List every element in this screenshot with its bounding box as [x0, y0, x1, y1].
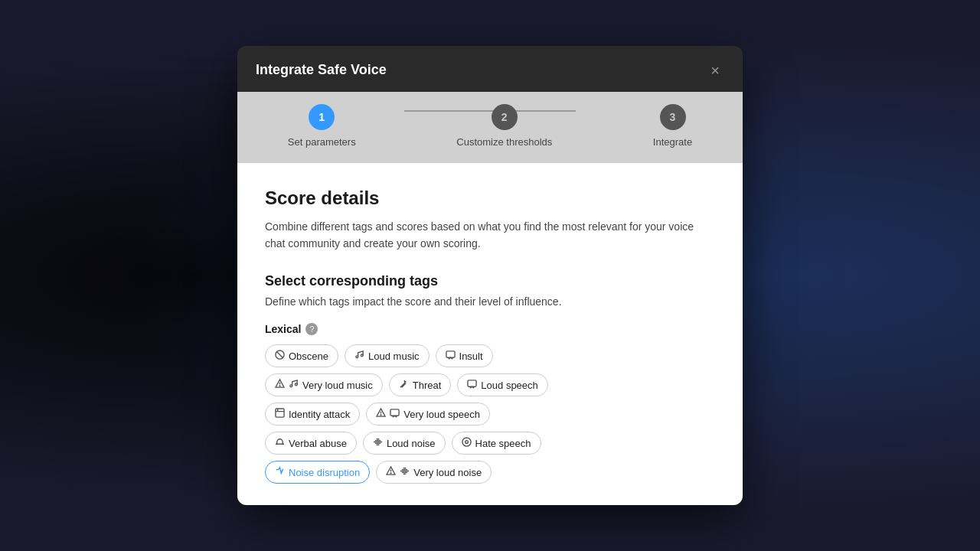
- tag-identity-attack[interactable]: Identity attack: [265, 403, 360, 425]
- tag-noise-disruption[interactable]: Noise disruption: [265, 461, 370, 484]
- loud-speech-icon: [467, 379, 477, 391]
- svg-line-1: [276, 352, 283, 358]
- tags-row-4: Verbal abuse Loud noise Hate speech: [265, 432, 715, 455]
- tag-loud-noise[interactable]: Loud noise: [363, 432, 446, 455]
- modal-header: Integrate Safe Voice ×: [237, 46, 743, 92]
- tags-row-5: Noise disruption Very loud noise: [265, 461, 715, 484]
- steps-bar: 1 Set parameters 2 Customize thresholds …: [237, 92, 743, 163]
- step-2[interactable]: 2 Customize thresholds: [456, 104, 552, 148]
- tag-hate-speech[interactable]: Hate speech: [452, 432, 541, 455]
- tag-obscene-label: Obscene: [289, 350, 328, 362]
- svg-point-8: [295, 383, 297, 386]
- tag-very-loud-speech-label: Very loud speech: [403, 409, 480, 420]
- warning-icon-2: [376, 408, 386, 420]
- svg-point-16: [462, 438, 470, 446]
- lexical-header: Lexical ?: [265, 323, 715, 335]
- tag-loud-music-label: Loud music: [368, 350, 419, 362]
- step-2-label: Customize thresholds: [456, 136, 552, 148]
- hate-speech-icon: [462, 437, 472, 449]
- svg-point-6: [279, 386, 280, 386]
- tag-insult-label: Insult: [459, 350, 483, 362]
- tag-loud-noise-label: Loud noise: [387, 438, 436, 449]
- tag-very-loud-music-label: Very loud music: [302, 380, 373, 391]
- warning-icon: [275, 379, 285, 391]
- identity-attack-icon: [275, 408, 285, 420]
- tag-loud-music[interactable]: Loud music: [345, 344, 429, 367]
- tag-very-loud-music[interactable]: Very loud music: [265, 373, 383, 396]
- svg-point-17: [465, 441, 468, 444]
- tag-identity-attack-label: Identity attack: [289, 409, 350, 420]
- noise-icon-2: [400, 466, 410, 478]
- svg-point-2: [356, 356, 358, 358]
- tag-loud-speech[interactable]: Loud speech: [457, 373, 547, 396]
- modal-dialog: Integrate Safe Voice × 1 Set parameters …: [237, 46, 743, 506]
- insult-icon: [446, 350, 456, 362]
- svg-rect-15: [390, 409, 399, 416]
- svg-rect-10: [276, 409, 284, 417]
- speech-icon-2: [390, 408, 400, 420]
- svg-point-19: [390, 473, 391, 474]
- tag-noise-disruption-label: Noise disruption: [289, 467, 360, 478]
- tag-hate-speech-label: Hate speech: [475, 438, 531, 449]
- modal-body: Score details Combine different tags and…: [237, 163, 743, 506]
- tag-insult[interactable]: Insult: [436, 344, 493, 367]
- verbal-abuse-icon: [275, 437, 285, 449]
- warning-icon-3: [386, 466, 396, 478]
- svg-point-3: [361, 354, 363, 357]
- loud-music-icon: [354, 350, 364, 362]
- tag-very-loud-noise[interactable]: Very loud noise: [376, 461, 492, 484]
- section-description: Combine different tags and scores based …: [265, 218, 715, 253]
- step-1-label: Set parameters: [288, 136, 356, 148]
- tags-row-3: Identity attack Very loud speech: [265, 403, 715, 425]
- tag-loud-speech-label: Loud speech: [481, 380, 537, 391]
- lexical-label: Lexical: [265, 323, 301, 335]
- step-3-label: Integrate: [653, 136, 692, 148]
- tag-very-loud-noise-label: Very loud noise: [413, 467, 482, 478]
- tag-obscene[interactable]: Obscene: [265, 344, 338, 367]
- tags-subtitle: Define which tags impact the score and t…: [265, 295, 715, 308]
- loud-noise-icon: [373, 437, 383, 449]
- step-1-circle: 1: [309, 104, 335, 130]
- svg-point-14: [381, 415, 381, 416]
- modal-title: Integrate Safe Voice: [256, 62, 387, 78]
- step-2-circle: 2: [492, 104, 518, 130]
- music-icon-2: [289, 379, 299, 391]
- noise-disruption-icon: [275, 466, 285, 478]
- close-button[interactable]: ×: [706, 61, 724, 80]
- step-3[interactable]: 3 Integrate: [653, 104, 692, 148]
- tag-threat-label: Threat: [413, 380, 442, 391]
- tags-row-2: Very loud music Threat Loud speech: [265, 373, 715, 396]
- tags-row-1: Obscene Loud music Insult: [265, 344, 715, 367]
- tag-verbal-abuse[interactable]: Verbal abuse: [265, 432, 357, 455]
- threat-icon: [399, 379, 409, 391]
- tag-threat[interactable]: Threat: [389, 373, 452, 396]
- obscene-icon: [275, 350, 285, 362]
- section-title: Score details: [265, 187, 715, 209]
- help-icon[interactable]: ?: [305, 323, 318, 335]
- step-1[interactable]: 1 Set parameters: [288, 104, 356, 148]
- tags-title: Select corresponding tags: [265, 273, 715, 289]
- svg-point-7: [290, 385, 292, 387]
- svg-rect-4: [446, 351, 454, 357]
- svg-rect-9: [468, 380, 476, 386]
- step-3-circle: 3: [660, 104, 686, 130]
- tag-very-loud-speech[interactable]: Very loud speech: [366, 403, 490, 425]
- tag-verbal-abuse-label: Verbal abuse: [289, 438, 347, 449]
